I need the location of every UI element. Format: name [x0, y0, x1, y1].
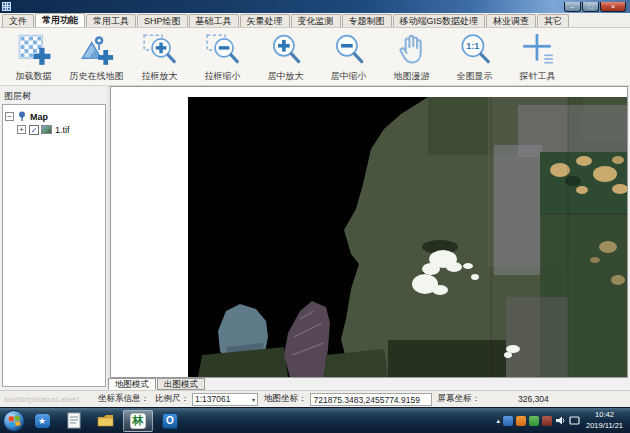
menu-tab-shp-draw[interactable]: SHP绘图	[137, 14, 188, 27]
tool-label: 全图显示	[457, 70, 493, 83]
maximize-button[interactable]: □	[582, 2, 599, 12]
workspace: 图层树 − Map + ✓ 1.tif	[0, 86, 630, 390]
start-button[interactable]	[3, 410, 25, 432]
screen-coord-value: 326,304	[518, 394, 549, 404]
center-zoom-out-icon	[331, 32, 367, 68]
menu-tab-common-functions[interactable]: 常用功能	[35, 13, 85, 27]
tab-layout-mode[interactable]: 出图模式	[157, 378, 205, 390]
taskbar-app-explorer[interactable]	[91, 410, 121, 432]
menu-tab-other[interactable]: 其它	[537, 14, 569, 27]
scale-label: 比例尺：	[155, 393, 189, 405]
tray-blue-app-icon[interactable]	[503, 416, 513, 426]
taskbar-clock[interactable]: 10:42 2019/11/21	[583, 410, 628, 430]
ribbon-tab-strip: 文件 常用功能 常用工具 SHP绘图 基础工具 矢量处理 变化监测 专题制图 移…	[0, 13, 630, 28]
probe-tool-button[interactable]: 探针工具	[506, 30, 569, 85]
tray-green-app-icon[interactable]	[529, 416, 539, 426]
raster-image	[188, 97, 628, 377]
screen: – □ × 文件 常用功能 常用工具 SHP绘图 基础工具 矢量处理 变化监测 …	[0, 0, 630, 433]
chevron-down-icon[interactable]: ▾	[252, 396, 255, 403]
clock-time: 10:42	[586, 410, 623, 420]
tool-label: 居中放大	[268, 70, 304, 83]
menu-tab-vector-processing[interactable]: 矢量处理	[240, 14, 290, 27]
tray-orange-app-icon[interactable]	[516, 416, 526, 426]
load-data-button[interactable]: 加载数据	[2, 30, 65, 85]
coord-sys-label: 坐标系信息：	[98, 393, 149, 405]
map-coord-field[interactable]: 721875.3483,2455774.9159	[310, 393, 432, 406]
tree-node-map[interactable]: − Map	[5, 110, 103, 123]
taskbar-app-forestry-gis[interactable]: 林	[123, 410, 153, 432]
forestry-app-icon: 林	[130, 413, 146, 429]
load-data-grid-plus-icon	[16, 32, 52, 68]
map-coord-label: 地图坐标：	[264, 393, 307, 405]
collapse-icon[interactable]: −	[5, 112, 14, 121]
o-app-icon: O	[162, 413, 178, 429]
close-button[interactable]: ×	[600, 2, 626, 12]
pan-hand-icon	[394, 32, 430, 68]
view-mode-tabs: 地图模式 出图模式	[108, 378, 206, 390]
menu-tab-thematic-mapping[interactable]: 专题制图	[342, 14, 392, 27]
probe-tool-icon	[520, 32, 556, 68]
taskbar-app-o[interactable]: O	[155, 410, 185, 432]
scale-value: 1:137061	[195, 394, 252, 404]
tree-node-label: 1.tif	[55, 125, 70, 135]
hidden-icons-arrow[interactable]: ▴	[497, 417, 501, 425]
status-left-text: toolStripStatusLabel1	[4, 395, 92, 404]
scale-combobox[interactable]: 1:137061 ▾	[192, 393, 258, 406]
toolbar: 加载数据 历史在线地图	[0, 28, 630, 86]
layer-panel: 图层树 − Map + ✓ 1.tif	[0, 86, 107, 390]
screen-coord-label: 屏幕坐标：	[438, 393, 481, 405]
tab-map-mode[interactable]: 地图模式	[108, 378, 156, 390]
menu-tab-file[interactable]: 文件	[2, 14, 34, 27]
layer-visibility-checkbox[interactable]: ✓	[29, 125, 39, 135]
map-view[interactable]	[110, 86, 628, 378]
system-tray: ▴ 10:42 2019/11/21	[497, 410, 630, 430]
input-indicator-icon[interactable]	[569, 415, 580, 426]
history-online-map-icon	[79, 32, 115, 68]
layer-tree: − Map + ✓ 1.tif	[2, 104, 106, 387]
volume-icon[interactable]	[555, 415, 566, 426]
pan-button[interactable]: 地图漫游	[380, 30, 443, 85]
taskbar: ★ 林 O ▴	[0, 407, 630, 433]
menu-tab-mobile-gis-data[interactable]: 移动端GIS数据处理	[393, 14, 486, 27]
statusbar: toolStripStatusLabel1 坐标系信息： 比例尺： 1:1370…	[0, 390, 630, 407]
box-zoom-in-button[interactable]: 拉框放大	[128, 30, 191, 85]
taskbar-app-star-chat[interactable]: ★	[27, 410, 57, 432]
tray-red-app-icon[interactable]	[542, 416, 552, 426]
box-zoom-out-button[interactable]: 拉框缩小	[191, 30, 254, 85]
windows-logo-icon	[8, 415, 20, 426]
tool-label: 历史在线地图	[70, 70, 124, 83]
tool-label: 拉框放大	[142, 70, 178, 83]
raster-thumbnail-icon	[41, 125, 52, 134]
tool-label: 加载数据	[16, 70, 52, 83]
layer-panel-title: 图层树	[0, 86, 107, 105]
star-bubble-icon: ★	[35, 414, 50, 428]
menu-tab-forestry-survey[interactable]: 林业调查	[486, 14, 536, 27]
tool-label: 拉框缩小	[205, 70, 241, 83]
window-titlebar: – □ ×	[0, 0, 630, 13]
clock-date: 2019/11/21	[586, 421, 623, 431]
history-online-map-button[interactable]: 历史在线地图	[65, 30, 128, 85]
tool-label: 居中缩小	[331, 70, 367, 83]
expand-icon[interactable]: +	[17, 125, 26, 134]
notepad-icon	[67, 412, 82, 429]
taskbar-app-notepad[interactable]	[59, 410, 89, 432]
center-zoom-out-button[interactable]: 居中缩小	[317, 30, 380, 85]
map-pin-icon	[17, 111, 27, 122]
full-extent-icon: 1:1	[457, 32, 493, 68]
center-zoom-in-button[interactable]: 居中放大	[254, 30, 317, 85]
app-grid-icon	[2, 2, 11, 11]
box-zoom-out-icon	[205, 32, 241, 68]
window-controls: – □ ×	[563, 2, 626, 12]
tool-label: 探针工具	[520, 70, 556, 83]
folder-icon	[97, 413, 115, 428]
svg-text:1:1: 1:1	[466, 41, 479, 51]
tree-node-layer[interactable]: + ✓ 1.tif	[17, 123, 103, 136]
minimize-button[interactable]: –	[564, 2, 581, 12]
center-zoom-in-icon	[268, 32, 304, 68]
menu-tab-change-monitoring[interactable]: 变化监测	[291, 14, 341, 27]
box-zoom-in-icon	[142, 32, 178, 68]
full-extent-button[interactable]: 1:1 全图显示	[443, 30, 506, 85]
menu-tab-basic-tools[interactable]: 基础工具	[189, 14, 239, 27]
tree-node-label: Map	[30, 112, 48, 122]
menu-tab-common-tools[interactable]: 常用工具	[86, 14, 136, 27]
